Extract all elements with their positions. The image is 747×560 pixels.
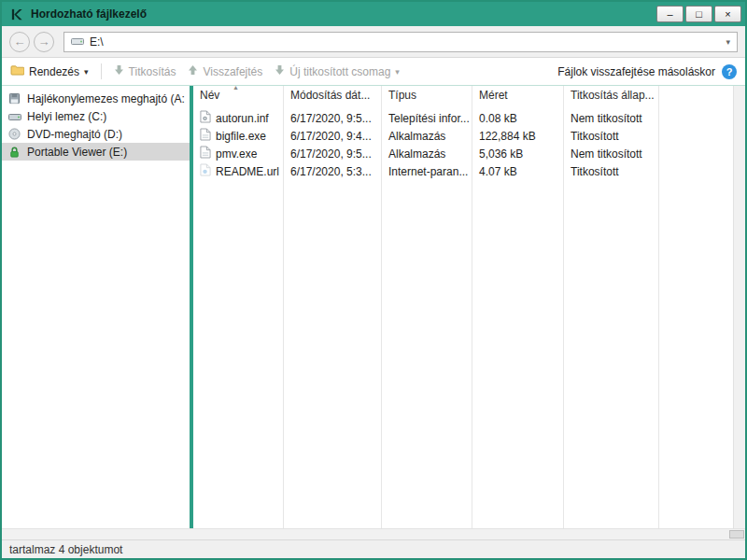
scrollbar-corner[interactable] bbox=[729, 530, 744, 539]
file-size: 0.08 kB bbox=[472, 112, 564, 125]
status-bar: tartalmaz 4 objektumot bbox=[2, 539, 745, 558]
column-header-type[interactable]: Típus bbox=[382, 86, 472, 105]
encrypt-button[interactable]: Titkosítás bbox=[114, 64, 176, 78]
file-size: 4.07 kB bbox=[472, 165, 564, 178]
encrypt-label: Titkosítás bbox=[129, 65, 176, 78]
floppy-drive-icon bbox=[7, 92, 21, 105]
file-size: 5,036 kB bbox=[472, 147, 564, 161]
file-size: 122,884 kB bbox=[472, 130, 564, 143]
file-encryption-status: Nem titkosított bbox=[564, 147, 659, 161]
navigation-bar: ← → E:\ ▾ bbox=[2, 26, 745, 58]
sidebar-item-label: Helyi lemez (C:) bbox=[27, 110, 106, 123]
close-icon: × bbox=[725, 9, 730, 20]
file-name: autorun.inf bbox=[216, 112, 269, 125]
minimize-button[interactable]: – bbox=[656, 6, 684, 22]
file-type: Telepítési infor... bbox=[382, 112, 472, 125]
table-row[interactable]: README.url 6/17/2020, 5:3... Internet-pa… bbox=[193, 162, 733, 180]
organize-button[interactable]: Rendezés ▾ bbox=[10, 64, 89, 78]
back-button[interactable]: ← bbox=[9, 32, 30, 52]
folder-icon bbox=[10, 64, 24, 78]
table-row[interactable]: bigfile.exe 6/17/2020, 9:4... Alkalmazás… bbox=[193, 127, 733, 145]
window-controls: – □ × bbox=[656, 6, 741, 22]
file-modified: 6/17/2020, 9:5... bbox=[284, 112, 382, 125]
column-header-modified[interactable]: Módosítás dát... bbox=[284, 86, 382, 105]
sidebar-item-label: Hajlékonylemezes meghajtó (A: bbox=[27, 92, 185, 105]
vertical-scrollbar[interactable] bbox=[733, 86, 745, 528]
address-path: E:\ bbox=[90, 35, 104, 49]
hard-disk-icon bbox=[7, 111, 21, 122]
chevron-down-icon: ▾ bbox=[395, 67, 400, 77]
file-encryption-status: Titkosított bbox=[564, 130, 659, 143]
sidebar-item-label: DVD-meghajtó (D:) bbox=[27, 128, 122, 141]
sidebar-item-label: Portable Viewer (E:) bbox=[27, 146, 127, 159]
url-file-icon bbox=[200, 163, 211, 179]
maximize-button[interactable]: □ bbox=[685, 6, 712, 22]
folder-tree: Hajlékonylemezes meghajtó (A: Helyi leme… bbox=[2, 86, 190, 528]
portable-file-manager-window: Hordozható fájlkezelő – □ × ← → E:\ ▾ bbox=[0, 0, 747, 560]
title-bar[interactable]: Hordozható fájlkezelő – □ × bbox=[2, 2, 745, 26]
sidebar-item-local-disk-c[interactable]: Helyi lemez (C:) bbox=[2, 107, 190, 125]
file-type: Alkalmazás bbox=[382, 147, 472, 161]
kaspersky-logo-icon bbox=[9, 7, 24, 21]
file-name: pmv.exe bbox=[216, 147, 257, 161]
setup-file-icon bbox=[200, 110, 211, 126]
file-list-pane: ▲ Név Módosítás dát... Típus Méret Titko… bbox=[193, 86, 733, 528]
file-modified: 6/17/2020, 5:3... bbox=[284, 165, 382, 178]
main-content: Hajlékonylemezes meghajtó (A: Helyi leme… bbox=[2, 86, 745, 528]
chevron-down-icon: ▾ bbox=[84, 67, 89, 77]
list-header: ▲ Név Módosítás dát... Típus Méret Titko… bbox=[193, 86, 733, 105]
new-encrypted-package-button[interactable]: Új titkosított csomag ▾ bbox=[275, 64, 400, 78]
back-arrow-icon: ← bbox=[14, 35, 26, 49]
file-type: Alkalmazás bbox=[382, 130, 472, 143]
file-modified: 6/17/2020, 9:4... bbox=[284, 130, 382, 143]
new-encrypted-package-label: Új titkosított csomag bbox=[289, 65, 390, 78]
sort-ascending-icon: ▲ bbox=[233, 86, 239, 91]
toolbar-right: Fájlok visszafejtése másoláskor ? bbox=[557, 64, 737, 79]
package-arrow-icon bbox=[275, 64, 285, 78]
file-name: bigfile.exe bbox=[216, 130, 266, 143]
help-icon[interactable]: ? bbox=[722, 64, 737, 79]
toolbar-separator bbox=[101, 63, 102, 79]
forward-arrow-icon: → bbox=[38, 35, 50, 49]
file-encryption-status: Nem titkosított bbox=[564, 112, 659, 125]
sidebar-item-portable-viewer-e[interactable]: Portable Viewer (E:) bbox=[2, 143, 190, 161]
file-type: Internet-paran... bbox=[382, 165, 472, 178]
window-title: Hordozható fájlkezelő bbox=[31, 7, 147, 21]
dvd-drive-icon bbox=[7, 128, 21, 140]
horizontal-scrollbar[interactable] bbox=[2, 528, 745, 539]
decrypt-arrow-icon bbox=[188, 64, 198, 78]
maximize-icon: □ bbox=[696, 9, 702, 20]
sidebar-item-dvd-d[interactable]: DVD-meghajtó (D:) bbox=[2, 125, 190, 143]
toolbar: Rendezés ▾ Titkosítás Visszafejtés bbox=[2, 58, 745, 86]
file-encryption-status: Titkosított bbox=[564, 165, 659, 178]
drive-icon bbox=[71, 35, 84, 49]
column-header-status[interactable]: Titkosítás állap... bbox=[564, 86, 659, 105]
application-file-icon bbox=[200, 128, 211, 144]
address-bar[interactable]: E:\ ▾ bbox=[63, 32, 738, 52]
list-body: autorun.inf 6/17/2020, 9:5... Telepítési… bbox=[193, 105, 733, 180]
file-name: README.url bbox=[216, 165, 279, 178]
close-button[interactable]: × bbox=[714, 6, 741, 22]
organize-label: Rendezés bbox=[29, 65, 79, 78]
column-header-size[interactable]: Méret bbox=[472, 86, 564, 105]
item-count-text: tartalmaz 4 objektumot bbox=[9, 543, 122, 556]
lock-icon bbox=[7, 146, 21, 159]
encrypt-arrow-icon bbox=[114, 64, 124, 78]
sidebar-item-floppy-a[interactable]: Hajlékonylemezes meghajtó (A: bbox=[2, 90, 190, 107]
minimize-icon: – bbox=[667, 9, 672, 20]
file-modified: 6/17/2020, 9:5... bbox=[284, 147, 382, 161]
table-row[interactable]: pmv.exe 6/17/2020, 9:5... Alkalmazás 5,0… bbox=[193, 145, 733, 162]
forward-button[interactable]: → bbox=[34, 32, 54, 52]
decrypt-button[interactable]: Visszafejtés bbox=[188, 64, 262, 78]
address-dropdown-icon[interactable]: ▾ bbox=[726, 37, 730, 47]
decrypt-label: Visszafejtés bbox=[203, 65, 262, 78]
decrypt-on-copy-label[interactable]: Fájlok visszafejtése másoláskor bbox=[557, 65, 715, 78]
application-file-icon bbox=[200, 146, 211, 161]
table-row[interactable]: autorun.inf 6/17/2020, 9:5... Telepítési… bbox=[193, 109, 733, 127]
